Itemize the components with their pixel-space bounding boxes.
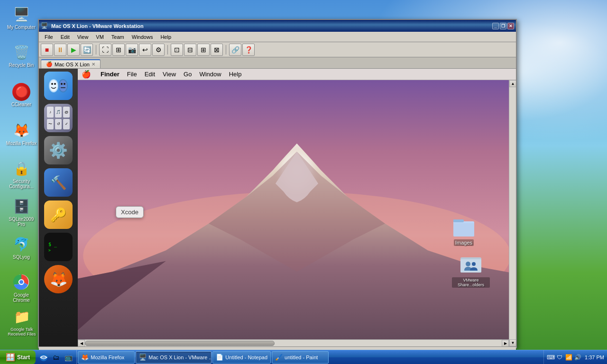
menu-vm[interactable]: VM (92, 33, 108, 41)
mac-menu-finder[interactable]: Finder (97, 70, 123, 79)
mac-menu-help[interactable]: Help (225, 70, 246, 79)
svg-point-10 (61, 83, 63, 85)
mac-desktop-area: 🍎 Finder File Edit View Go Window Help (78, 69, 516, 346)
desktop-icon-ccleaner[interactable]: 🔴 CCleaner (5, 83, 38, 107)
power-pause-button[interactable]: ⏸ (54, 44, 66, 56)
toolbar-separator-2 (167, 45, 168, 55)
quick-ie[interactable] (38, 352, 49, 363)
vmware-toolbar: ■ ⏸ ▶ 🔄 ⛶ ⊞ 📷 ↩ ⚙ ⊡ ⊟ ⊞ ⊠ 🔗 ❓ (39, 42, 516, 57)
taskbar-item-notepad[interactable]: 📄 Untitled - Notepad (212, 351, 271, 364)
xcode-tooltip: Xcode (116, 206, 144, 218)
tray-icon-1: ⌨ (547, 354, 554, 361)
mac-vscrollbar[interactable]: ▲ ▼ (509, 80, 516, 346)
clock: 1:37 PM (585, 355, 604, 360)
svg-point-5 (50, 80, 57, 91)
keychain-icon: 🔑 (44, 200, 73, 229)
dock-finder[interactable] (43, 71, 74, 101)
terminal-icon: $ _ > (44, 233, 73, 261)
tray-network-icon: 📶 (565, 354, 572, 361)
restore-button[interactable]: ❐ (500, 23, 506, 29)
power-reset-button[interactable]: 🔄 (81, 44, 93, 56)
view-btn1[interactable]: ⊡ (171, 44, 183, 56)
menu-windows[interactable]: Windows (128, 33, 157, 41)
vmware-shared-icon (460, 254, 482, 276)
desktop-icon-sqlite[interactable]: 🗄️ SQLite2009 Pro (5, 197, 38, 227)
view-btn3[interactable]: ⊞ (197, 44, 210, 56)
dock-keychain[interactable]: 🔑 (43, 200, 74, 230)
start-button[interactable]: 🪟 Start (0, 350, 36, 364)
view-btn4[interactable]: ⊠ (211, 44, 223, 56)
mac-menu-edit[interactable]: Edit (141, 70, 159, 79)
tray-antivirus-icon: 🛡 (556, 354, 563, 361)
menu-file[interactable]: File (41, 33, 57, 41)
menu-team[interactable]: Team (108, 33, 128, 41)
vm-tab-label: Mac OS X Lion (55, 62, 90, 67)
svg-point-9 (59, 80, 67, 91)
dock-firefox[interactable]: 🦊 (43, 264, 74, 294)
svg-point-11 (64, 83, 65, 85)
mac-icon-vmware-shared[interactable]: VMware Share...olders (452, 254, 490, 288)
mac-menu-view[interactable]: View (159, 70, 180, 79)
help-btn[interactable]: ❓ (242, 44, 255, 56)
revert-button[interactable]: ↩ (139, 44, 151, 56)
power-stop-button[interactable]: ■ (41, 44, 53, 56)
scroll-h-thumb[interactable] (85, 341, 275, 346)
mac-menu-go[interactable]: Go (180, 70, 195, 79)
quick-show-desktop[interactable]: 🗂 (51, 352, 61, 363)
taskbar-item-vmware[interactable]: 🖥️ Mac OS X Lion - VMware ... (136, 351, 212, 364)
taskbar-vmware-icon: 🖥️ (139, 354, 147, 361)
close-button[interactable]: ✕ (507, 23, 514, 29)
apple-menu[interactable]: 🍎 (82, 70, 91, 79)
taskbar-item-firefox[interactable]: 🦊 Mozilla Firefox (78, 351, 135, 364)
images-folder-icon (452, 216, 475, 238)
snapshot-button[interactable]: 📷 (126, 44, 138, 56)
utilities-icon: ♪ 🎵 @ 〜 ↺ ✓ (44, 104, 73, 132)
vm-tab-macosx[interactable]: 🍎 Mac OS X Lion ✕ (41, 59, 101, 68)
desktop-icon-firefox[interactable]: 🦊 Mozilla Firefox (5, 121, 38, 146)
desktop-icon-sqlyog[interactable]: 🐬 SQLyog (5, 235, 38, 260)
vm-tab-close[interactable]: ✕ (92, 62, 95, 67)
menu-edit[interactable]: Edit (57, 33, 74, 41)
svg-text:$ _: $ _ (48, 242, 57, 247)
settings-button[interactable]: ⚙ (152, 44, 165, 56)
taskbar-item-paint[interactable]: 🖌️ untitled - Paint (272, 351, 329, 364)
tray-volume-icon: 🔊 (574, 354, 581, 361)
fullscreen-button[interactable]: ⛶ (99, 44, 111, 56)
dock-terminal[interactable]: $ _ > (43, 232, 74, 262)
mac-menu-window[interactable]: Window (195, 70, 225, 79)
svg-rect-20 (453, 223, 474, 237)
unity-button[interactable]: ⊞ (112, 44, 125, 56)
desktop: 🖥️ My Computer 🗑️ Recycle Bin 🔴 CCleaner… (0, 0, 607, 364)
dock-utilities[interactable]: ♪ 🎵 @ 〜 ↺ ✓ (43, 103, 74, 133)
dock-system-prefs[interactable]: ⚙️ (43, 135, 74, 165)
minimize-button[interactable]: _ (492, 23, 499, 29)
svg-point-7 (54, 83, 56, 85)
power-play-button[interactable]: ▶ (67, 44, 80, 56)
desktop-icon-recycle-bin[interactable]: 🗑️ Recycle Bin (5, 43, 38, 68)
menu-view[interactable]: View (74, 33, 92, 41)
scroll-down-arrow[interactable]: ▼ (509, 339, 516, 346)
desktop-icon-security[interactable]: 🔒 Security Configura... (5, 159, 38, 189)
svg-point-6 (51, 83, 53, 85)
scroll-up-arrow[interactable]: ▲ (509, 80, 516, 87)
menu-help[interactable]: Help (156, 33, 175, 41)
quick-media[interactable]: 📺 (63, 352, 74, 363)
start-icon: 🪟 (6, 353, 15, 362)
desktop-icon-googletalk[interactable]: 📁 Google Talk Received Files (5, 307, 39, 337)
taskbar-firefox-icon: 🦊 (81, 354, 89, 361)
shared-btn[interactable]: 🔗 (229, 44, 241, 56)
scroll-h-track (85, 340, 502, 346)
svg-point-2 (19, 280, 23, 284)
svg-point-24 (466, 262, 470, 266)
scroll-left-arrow[interactable]: ◀ (78, 340, 85, 346)
dock-xcode[interactable]: 🔨 (43, 167, 74, 198)
mac-icon-images[interactable]: Images (445, 216, 483, 246)
scroll-right-arrow[interactable]: ▶ (502, 340, 509, 346)
desktop-icon-chrome[interactable]: Google Chrome (5, 273, 38, 303)
desktop-icon-my-computer[interactable]: 🖥️ My Computer (5, 5, 38, 30)
mac-menu-file[interactable]: File (123, 70, 141, 79)
mac-hscrollbar[interactable]: ◀ ▶ (78, 339, 509, 346)
view-btn2[interactable]: ⊟ (184, 44, 196, 56)
toolbar-separator-3 (226, 45, 226, 55)
toolbar-separator-1 (96, 45, 96, 55)
